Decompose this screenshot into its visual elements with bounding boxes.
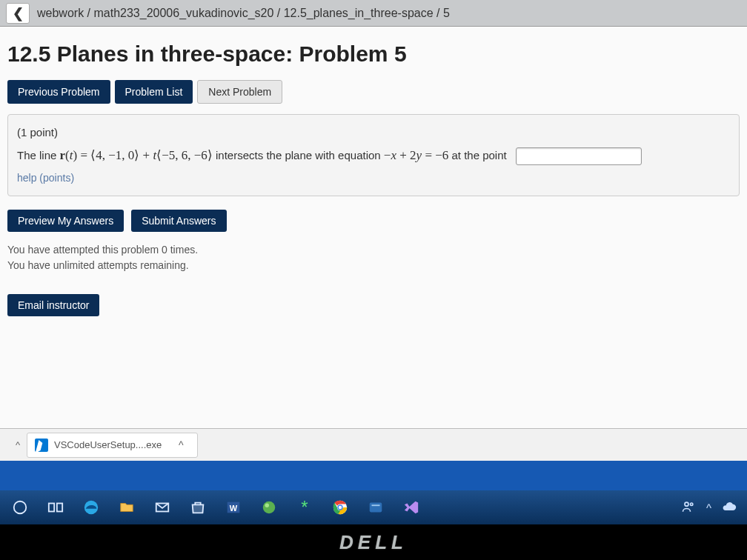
svg-rect-2 [57,504,62,512]
math-plane-eq: −x + 2y = −6 [384,148,448,162]
preview-answers-button[interactable]: Preview My Answers [7,210,124,232]
svg-rect-1 [49,504,54,512]
mail-icon[interactable] [153,498,172,517]
problem-text-pre: The line [17,149,60,161]
back-button[interactable]: ❮ [6,3,30,24]
chevron-up-icon: ^ [172,436,190,454]
app-icon[interactable] [366,498,385,517]
email-instructor-button[interactable]: Email instructor [7,294,99,316]
svg-point-0 [14,501,27,514]
download-item[interactable]: VSCodeUserSetup....exe ^ [27,433,198,458]
tray-chevron-up-icon[interactable]: ^ [706,501,711,514]
cortana-icon[interactable] [10,498,30,517]
breadcrumb: webwork / math233_20006_vukadinovic_s20 … [37,7,450,20]
desktop-wallpaper [0,461,747,490]
windows-taskbar: W * ^ [0,490,747,524]
download-filename: VSCodeUserSetup....exe [54,439,162,450]
previous-problem-button[interactable]: Previous Problem [7,80,110,104]
task-view-icon[interactable] [46,498,65,517]
page-content: 12.5 Planes in three-space: Problem 5 Pr… [0,27,747,461]
laptop-bezel: DELL [0,524,747,560]
cloud-icon[interactable] [722,499,737,516]
svg-point-8 [265,504,270,508]
chevron-left-icon: ❮ [13,5,24,21]
people-icon[interactable] [681,499,696,516]
email-row: Email instructor [7,294,740,316]
page-title: 12.5 Planes in three-space: Problem 5 [7,41,740,67]
svg-point-14 [685,502,688,506]
chrome-icon[interactable] [331,498,350,517]
attempt-status: You have attempted this problem 0 times.… [7,242,740,273]
svg-point-15 [690,503,692,505]
system-tray: ^ [681,499,737,516]
asterisk-icon[interactable]: * [295,498,314,517]
dell-logo: DELL [339,531,408,554]
points-label: (1 point) [17,122,730,144]
sphere-icon[interactable] [259,498,279,517]
svg-rect-13 [372,504,380,506]
visual-studio-icon[interactable] [402,498,421,517]
attempts-line: You have attempted this problem 0 times. [7,242,740,258]
remaining-line: You have unlimited attempts remaining. [7,258,740,273]
problem-text-post: at the point [451,149,506,161]
problem-text-mid: intersects the plane with equation [216,149,384,161]
svg-rect-12 [370,503,382,513]
browser-bar: ❮ webwork / math233_20006_vukadinovic_s2… [0,0,747,27]
file-explorer-icon[interactable] [117,498,136,517]
problem-list-button[interactable]: Problem List [115,80,193,104]
action-row: Preview My Answers Submit Answers [7,210,740,232]
store-icon[interactable] [188,498,208,517]
problem-nav: Previous Problem Problem List Next Probl… [7,80,740,104]
help-points-link[interactable]: help (points) [17,172,74,184]
vscode-icon [35,439,48,452]
edge-icon[interactable] [82,498,101,517]
svg-text:W: W [230,504,238,513]
chevron-up-icon[interactable]: ^ [9,439,27,450]
submit-answers-button[interactable]: Submit Answers [131,210,226,232]
answer-input[interactable] [516,147,642,165]
svg-point-11 [339,506,342,509]
next-problem-button[interactable]: Next Problem [197,80,282,104]
math-line-def: r(t) = ⟨4, −1, 0⟩ + t⟨−5, 6, −6⟩ [60,148,213,162]
problem-statement: (1 point) The line r(t) = ⟨4, −1, 0⟩ + t… [7,114,740,196]
svg-point-7 [263,501,276,514]
download-bar: ^ VSCodeUserSetup....exe ^ [0,428,747,461]
word-icon[interactable]: W [224,498,243,517]
